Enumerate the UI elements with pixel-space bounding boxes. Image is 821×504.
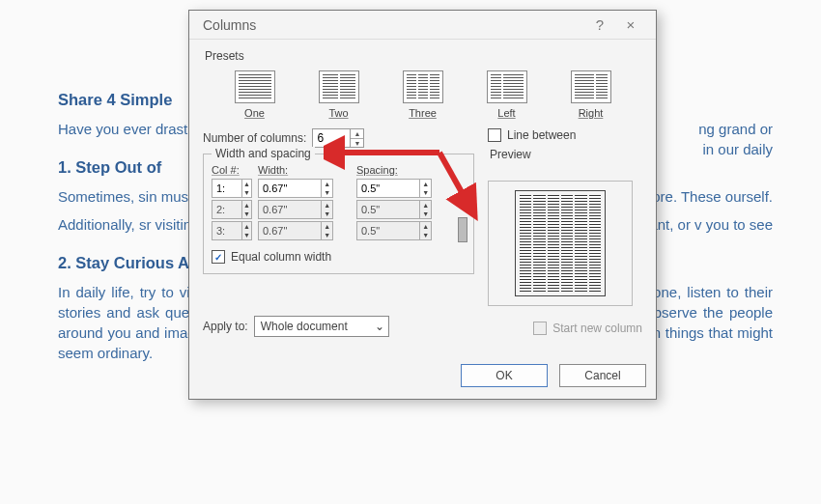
apply-to-select[interactable]: Whole document ⌄: [254, 316, 389, 337]
preset-right[interactable]: Right: [562, 70, 620, 119]
ws-row-3: ▲▼ ▲▼ ▲▼: [212, 221, 466, 240]
line-between-checkbox[interactable]: [488, 128, 501, 142]
equal-width-label: Equal column width: [231, 250, 331, 264]
preset-left[interactable]: Left: [478, 70, 536, 119]
width-3: [259, 225, 321, 237]
line-between-label: Line between: [507, 128, 576, 142]
presets-label: Presets: [205, 49, 642, 63]
preview-label: Preview: [490, 148, 642, 161]
col-num-1[interactable]: [212, 182, 241, 194]
start-new-column-label: Start new column: [552, 322, 642, 335]
ws-row-2: ▲▼ ▲▼ ▲▼: [212, 200, 466, 219]
preset-two[interactable]: Two: [310, 70, 368, 119]
preset-one[interactable]: One: [226, 70, 284, 119]
width-spacing-legend: Width and spacing: [212, 147, 315, 160]
preview-inner: [515, 190, 606, 296]
apply-to-value: Whole document: [261, 320, 348, 333]
ws-row-1: ▲▼ ▲▼ ▲▼: [212, 179, 466, 198]
width-1[interactable]: [259, 182, 321, 194]
num-columns-input[interactable]: [313, 131, 350, 145]
preview-box: [488, 181, 633, 306]
equal-width-checkbox[interactable]: ✓: [212, 250, 225, 264]
close-button[interactable]: ×: [615, 16, 646, 33]
start-new-column-checkbox: [533, 322, 547, 335]
dialog-title: Columns: [203, 17, 584, 33]
num-columns-spinner[interactable]: ▲▼: [312, 128, 364, 148]
ok-button[interactable]: OK: [461, 364, 548, 387]
preset-three[interactable]: Three: [394, 70, 452, 119]
num-columns-up[interactable]: ▲: [351, 129, 363, 139]
ws-scrollbar-thumb[interactable]: [458, 217, 467, 242]
col-header: Col #:: [212, 164, 252, 176]
width-2: [259, 204, 321, 215]
help-button[interactable]: ?: [584, 16, 615, 33]
apply-to-label: Apply to:: [203, 320, 248, 333]
width-spacing-group: Width and spacing Col #: Width: Spacing:…: [203, 154, 474, 274]
num-columns-down[interactable]: ▼: [351, 139, 363, 148]
cancel-button[interactable]: Cancel: [559, 364, 646, 387]
col-num-3: [212, 225, 241, 237]
dialog-titlebar: Columns ? ×: [189, 11, 656, 40]
spacing-1[interactable]: [357, 182, 419, 194]
width-header: Width:: [258, 164, 333, 176]
spacing-2: [357, 204, 419, 215]
spacing-3: [357, 225, 419, 237]
col-num-2: [212, 204, 241, 215]
columns-dialog: Columns ? × Presets One Two Three Left: [188, 10, 657, 400]
spacing-header: Spacing:: [356, 164, 432, 176]
num-columns-label: Number of columns:: [203, 131, 306, 145]
presets-row: One Two Three Left Right: [203, 67, 642, 125]
chevron-down-icon: ⌄: [375, 320, 384, 333]
